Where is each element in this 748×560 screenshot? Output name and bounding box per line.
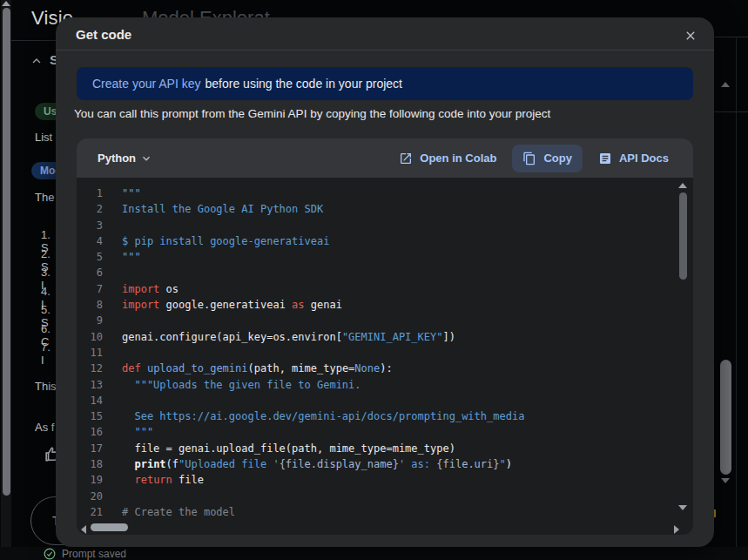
code-lines: 1"""2Install the Google AI Python SDK34$… [77,186,677,519]
get-code-dialog: Get code Create your API key before usin… [56,17,714,547]
button-label: API Docs [619,152,669,165]
scroll-down-icon[interactable] [678,505,687,510]
copy-icon [522,152,536,165]
code-line: 14 [77,393,677,408]
code-line: 10genai.configure(api_key=os.environ["GE… [77,329,677,345]
code-line: 16 """ [77,424,677,440]
code-line: 3 [77,218,677,233]
page-scrollbar-thumb[interactable] [720,360,731,475]
line-number: 3 [77,218,103,233]
status-bar: Prompt saved [0,547,748,560]
code-line: 1""" [77,186,677,201]
close-icon [684,29,697,43]
line-number: 9 [77,313,103,328]
line-number: 20 [77,489,103,504]
code-line: 17 file = genai.upload_file(path, mime_t… [77,441,677,456]
close-button[interactable] [679,24,702,47]
bg-text-list: List [35,131,52,144]
page-scrollbar-thumb[interactable] [3,8,10,496]
code-scrollbar-horizontal[interactable] [91,523,128,531]
bg-divider [11,40,56,41]
bg-list-item: 7. I [41,341,51,367]
line-number: 11 [77,345,103,361]
language-select[interactable]: Python [98,152,153,165]
line-number: 16 [77,424,103,440]
open-in-colab-button[interactable]: Open in Colab [388,145,507,172]
code-line: 6 [77,265,677,280]
check-circle-icon [44,548,56,560]
language-label: Python [98,152,136,165]
banner-text: before using the code in your project [206,77,402,91]
code-line: 19 return file [77,472,677,488]
create-api-key-link[interactable]: Create your API key [92,77,201,91]
scroll-up-icon[interactable] [678,183,687,188]
code-line: 15 See https://ai.google.dev/gemini-api/… [77,408,677,424]
button-label: Copy [543,152,572,165]
code-scrollbar-vertical[interactable] [679,192,687,280]
chevron-down-icon [139,152,153,165]
bg-text-as: As f [35,421,54,434]
line-number: 13 [77,377,103,393]
code-line: 7import os [77,281,677,297]
code-line: 13 """Uploads the given file to Gemini. [77,377,677,393]
line-number: 5 [77,249,103,265]
dialog-title: Get code [76,27,131,42]
bg-divider [736,37,737,560]
scroll-up-icon[interactable] [721,82,730,87]
bg-divider [714,37,748,37]
line-number: 10 [77,329,103,345]
scroll-left-icon[interactable] [81,525,86,534]
line-number: 18 [77,456,103,472]
code-panel: Python Open in Colab [77,138,693,535]
code-line: 4$ pip install google-generativeai [77,233,677,249]
code-line: 2Install the Google AI Python SDK [77,201,677,217]
button-label: Open in Colab [420,152,496,165]
divider [56,50,714,51]
line-number: 12 [77,361,103,376]
scroll-down-icon[interactable] [721,478,730,483]
line-number: 17 [77,441,103,456]
chevron-up-icon[interactable] [29,53,44,69]
code-toolbar: Python Open in Colab [77,138,693,178]
code-line: 5""" [77,249,677,265]
api-docs-button[interactable]: API Docs [588,145,679,172]
line-number: 6 [77,265,103,280]
line-number: 21 [77,504,103,519]
code-line: 18 print(f"Uploaded file '{file.display_… [77,456,677,472]
code-editor[interactable]: 1"""2Install the Google AI Python SDK34$… [77,178,677,519]
line-number: 4 [77,233,103,249]
code-line: 11 [77,345,677,361]
code-line: 21# Create the model [77,504,677,519]
bg-text-this: This [35,380,57,393]
line-number: 15 [77,408,103,424]
code-line: 8import google.generativeai as genai [77,297,677,313]
document-icon [598,152,612,165]
line-number: 8 [77,297,103,313]
line-number: 2 [77,201,103,217]
line-number: 1 [77,186,103,201]
scroll-right-icon[interactable] [674,525,679,534]
api-key-banner: Create your API key before using the cod… [77,67,693,100]
bg-text-the: The [35,191,54,204]
app-root: Visio Model Explorat S Use List Moc The … [0,0,748,560]
line-number: 14 [77,393,103,408]
code-line: 9 [77,313,677,328]
dialog-subtitle: You can call this prompt from the Gemini… [74,107,550,120]
bg-divider [714,111,748,112]
toolbar-actions: Open in Colab Copy [388,145,679,172]
code-line: 12def upload_to_gemini(path, mime_type=N… [77,361,677,376]
line-number: 7 [77,281,103,297]
open-in-new-icon [399,152,413,165]
copy-button[interactable]: Copy [512,145,583,172]
status-text: Prompt saved [62,548,126,560]
scroll-up-icon[interactable] [2,1,10,6]
line-number: 19 [77,472,103,488]
code-line: 20 [77,489,677,504]
